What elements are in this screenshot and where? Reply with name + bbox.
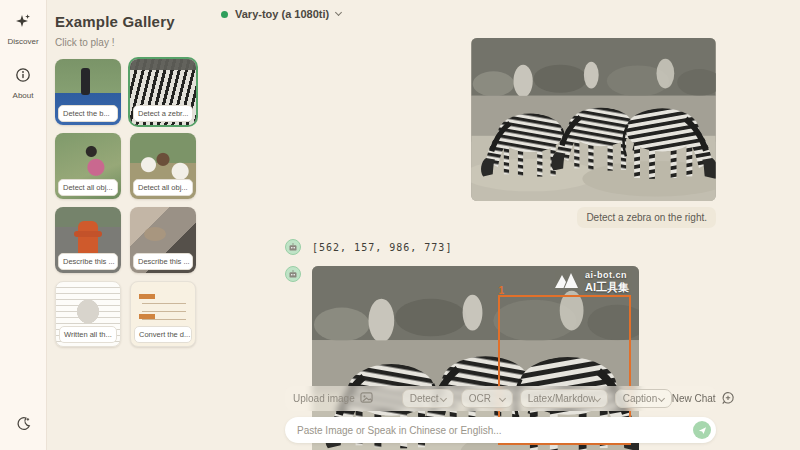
- example-gallery-panel: Example Gallery Click to play ! Detect t…: [47, 0, 210, 450]
- gallery-item-zebras-grayscale[interactable]: Detect a zebr...: [130, 59, 196, 125]
- watermark: ai-bot.cn AI工具集: [555, 271, 629, 293]
- model-label: Vary-toy (a 1080ti): [235, 8, 329, 20]
- bottom-bar: Upload image Detect OCR Latex/Markdown C…: [285, 386, 716, 443]
- mode-dropdowns: Detect OCR Latex/Markdown Caption: [402, 389, 672, 408]
- upload-image-button[interactable]: Upload image: [293, 391, 373, 406]
- send-icon: [698, 423, 707, 438]
- user-uploaded-image: [471, 38, 716, 201]
- gallery-item-label: Describe this ...: [133, 253, 193, 270]
- gallery-item-kids-with-frisbees[interactable]: Detect all obj...: [130, 133, 196, 199]
- watermark-line1: ai-bot.cn: [585, 271, 629, 281]
- dropdown-label: Latex/Markdown: [528, 393, 595, 404]
- sidebar-item-about[interactable]: About: [13, 67, 34, 100]
- dropdown-detect[interactable]: Detect: [402, 389, 454, 408]
- sidebar-item-discover[interactable]: Discover: [7, 13, 38, 46]
- chat-input[interactable]: [297, 425, 693, 436]
- chat-panel: Vary-toy (a 1080ti) Detect a zebra on th…: [210, 0, 800, 450]
- sidebar-item-label: About: [13, 91, 34, 100]
- toolbar: Upload image Detect OCR Latex/Markdown C…: [285, 386, 716, 411]
- gallery-item-tennis-player[interactable]: Detect the b...: [55, 59, 121, 125]
- dropdown-label: OCR: [469, 393, 491, 404]
- gallery-item-label: Detect all obj...: [58, 179, 118, 196]
- gallery-item-label: Detect all obj...: [133, 179, 193, 196]
- app-window: Discover About Example Gallery Click to …: [0, 0, 800, 450]
- gallery-item-label: Describe this ...: [58, 253, 118, 270]
- user-message-bubble: Detect a zebra on the right.: [577, 207, 716, 228]
- gallery-item-label: Convert the d...: [134, 326, 192, 343]
- gallery-item-girl-skateboarding[interactable]: Detect all obj...: [55, 133, 121, 199]
- sidebar-item-label: Discover: [7, 37, 38, 46]
- bot-avatar: [285, 266, 301, 282]
- dropdown-latex-markdown[interactable]: Latex/Markdown: [520, 389, 608, 408]
- new-chat-label: New Chat: [672, 393, 716, 404]
- upload-image-label: Upload image: [293, 393, 355, 404]
- bot-text-response: [562, 157, 986, 773]: [312, 239, 452, 253]
- gallery-subtitle: Click to play !: [55, 37, 204, 48]
- icon-sidebar: Discover About: [0, 0, 47, 450]
- image-icon: [360, 391, 373, 406]
- info-icon: [15, 67, 31, 87]
- gallery-grid: Detect the b... Detect a zebr... Detect …: [55, 59, 204, 347]
- gallery-item-label: Written all th...: [59, 326, 117, 343]
- model-selector[interactable]: Vary-toy (a 1080ti): [221, 8, 341, 20]
- gallery-title: Example Gallery: [55, 13, 204, 30]
- chevron-down-icon: [499, 394, 506, 401]
- gallery-item-label: Detect the b...: [58, 105, 118, 122]
- send-button[interactable]: [693, 421, 711, 439]
- sparkle-icon: [15, 13, 31, 33]
- status-dot: [221, 11, 228, 18]
- gallery-item-label: Detect a zebr...: [133, 105, 193, 122]
- moon-icon: [15, 418, 32, 435]
- dropdown-caption[interactable]: Caption: [615, 389, 672, 408]
- bot-avatar: [285, 239, 301, 255]
- bbox-label: 1: [498, 285, 504, 296]
- gallery-item-handwritten-document[interactable]: Written all th...: [55, 281, 121, 347]
- dropdown-label: Detect: [410, 393, 439, 404]
- gallery-item-fire-hydrant[interactable]: Describe this ...: [55, 207, 121, 273]
- gallery-item-cat-with-shoes[interactable]: Describe this ...: [130, 207, 196, 273]
- chevron-down-icon: [594, 395, 601, 402]
- bot-message-row: [562, 157, 986, 773]: [285, 239, 716, 255]
- chat-plus-icon: [721, 391, 735, 407]
- composer: [285, 417, 716, 443]
- dropdown-ocr[interactable]: OCR: [461, 389, 513, 408]
- chevron-down-icon: [335, 9, 342, 16]
- new-chat-button[interactable]: New Chat: [672, 391, 735, 407]
- gallery-item-formatted-document[interactable]: Convert the d...: [130, 281, 196, 347]
- ai-bot-logo-icon: [555, 272, 579, 292]
- chevron-down-icon: [440, 394, 447, 401]
- dark-mode-toggle[interactable]: [15, 415, 32, 436]
- robot-icon: [288, 269, 298, 279]
- watermark-line2: AI工具集: [585, 281, 629, 293]
- chevron-down-icon: [658, 394, 665, 401]
- dropdown-label: Caption: [623, 393, 657, 404]
- robot-icon: [288, 242, 298, 252]
